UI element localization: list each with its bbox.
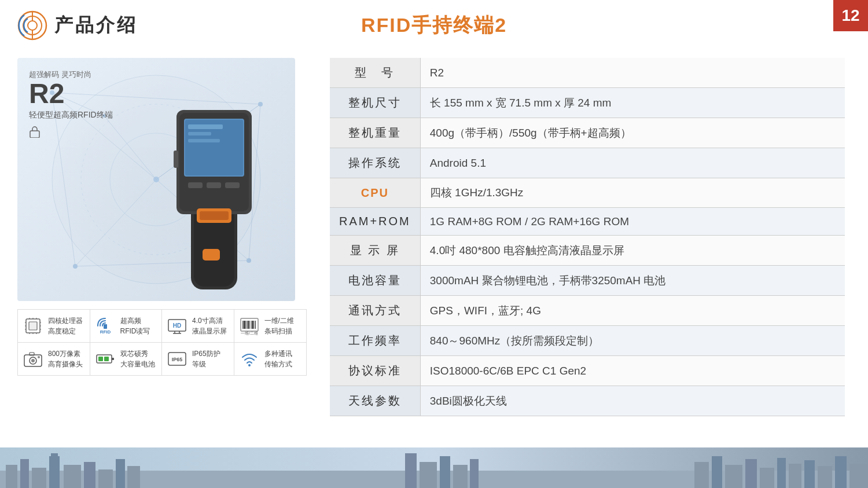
bottom-cityscape (0, 447, 868, 488)
svg-rect-92 (51, 453, 58, 465)
svg-rect-40 (225, 182, 240, 188)
svg-rect-107 (760, 468, 774, 488)
svg-rect-38 (188, 182, 203, 188)
svg-rect-109 (789, 464, 801, 488)
svg-rect-88 (6, 465, 17, 488)
page-number: 12 (833, 0, 868, 31)
svg-rect-106 (745, 459, 757, 488)
feature-cpu-text: 四核处理器高度稳定 (48, 315, 83, 336)
feature-rfid-text: 超高频RFID读写 (120, 315, 150, 336)
svg-rect-112 (835, 456, 847, 488)
spec-label: 电池容量 (330, 266, 420, 296)
svg-text:HD: HD (173, 322, 181, 329)
svg-text:IP65: IP65 (172, 357, 183, 362)
svg-point-78 (38, 356, 40, 358)
svg-rect-96 (116, 459, 125, 488)
table-row: 型 号R2 (330, 58, 845, 88)
spec-label: 型 号 (330, 58, 420, 88)
svg-rect-103 (694, 462, 709, 488)
svg-rect-101 (453, 465, 468, 488)
spec-label: 天线参数 (330, 386, 420, 416)
spec-label: 操作系统 (330, 148, 420, 178)
svg-text:RFID: RFID (100, 329, 111, 335)
spec-value: GPS，WIFI，蓝牙; 4G (420, 296, 845, 326)
svg-rect-95 (98, 469, 113, 488)
svg-rect-36 (188, 132, 211, 135)
handheld-device-icon (145, 81, 284, 301)
battery-icon (95, 348, 116, 369)
logo-area: 产品介绍 (17, 10, 138, 41)
cpu-icon (23, 315, 43, 336)
svg-rect-113 (849, 464, 868, 488)
svg-rect-30 (203, 249, 220, 260)
svg-rect-43 (200, 211, 229, 220)
spec-value: 400g（带手柄）/550g（带手柄+超高频） (420, 118, 845, 148)
main-content: 超强解码 灵巧时尚 R2 轻便型超高频RFID终端 (0, 52, 868, 416)
device-description: 轻便型超高频RFID终端 (29, 110, 113, 120)
spec-label: 协议标准 (330, 356, 420, 386)
svg-rect-97 (127, 466, 140, 488)
spec-label: RAM+ROM (330, 208, 420, 236)
svg-rect-58 (104, 324, 107, 329)
device-label-area: 超强解码 灵巧时尚 R2 轻便型超高频RFID终端 (29, 69, 113, 140)
svg-rect-89 (20, 459, 29, 488)
table-row: 电池容量3000mAH 聚合物锂电池，手柄带3250mAH 电池 (330, 266, 845, 296)
spec-value: 3000mAH 聚合物锂电池，手柄带3250mAH 电池 (420, 266, 845, 296)
right-panel: 型 号R2整机尺寸长 155 mm x 宽 71.5 mm x 厚 24 mm整… (330, 58, 845, 416)
svg-rect-93 (64, 465, 81, 488)
spec-value: 3dBi圆极化天线 (420, 386, 845, 416)
feature-item-rfid: RFID 超高频RFID读写 (90, 310, 163, 343)
svg-rect-81 (98, 357, 103, 361)
feature-battery-text: 双芯硕秀大容量电池 (120, 348, 155, 369)
table-row: 工作频率840～960MHz（按所需频段定制） (330, 326, 845, 356)
table-row: CPU四核 1GHz/1.3GHz (330, 178, 845, 208)
svg-rect-108 (777, 458, 786, 488)
svg-point-85 (248, 364, 251, 366)
spec-label: 整机重量 (330, 118, 420, 148)
table-row: 整机尺寸长 155 mm x 宽 71.5 mm x 厚 24 mm (330, 88, 845, 118)
spec-value: Android 5.1 (420, 148, 845, 178)
table-row: 操作系统Android 5.1 (330, 148, 845, 178)
feature-item-cpu: 四核处理器高度稳定 (18, 310, 90, 343)
header: 产品介绍 RFID手持终端2 12 (0, 0, 868, 46)
spec-value: 长 155 mm x 宽 71.5 mm x 厚 24 mm (420, 88, 845, 118)
svg-rect-82 (104, 357, 109, 361)
page-title: 产品介绍 (54, 13, 138, 38)
spec-label: 工作频率 (330, 326, 420, 356)
left-panel: 超强解码 灵巧时尚 R2 轻便型超高频RFID终端 (17, 58, 307, 416)
table-row: 天线参数3dBi圆极化天线 (330, 386, 845, 416)
center-title: RFID手持终端2 (361, 12, 507, 39)
ip65-icon: IP65 (167, 348, 187, 369)
feature-hd-text: 4.0寸高清液晶显示屏 (192, 315, 227, 336)
feature-ip65-text: IP65防护等级 (192, 348, 220, 369)
device-image (145, 81, 284, 301)
svg-point-76 (31, 359, 35, 362)
table-row: RAM+ROM1G RAM+8G ROM / 2G RAM+16G ROM (330, 208, 845, 236)
svg-point-18 (73, 264, 78, 269)
svg-rect-94 (84, 462, 95, 488)
company-logo-icon (17, 10, 47, 41)
spec-value: 4.0吋 480*800 电容触控高清液晶显示屏 (420, 236, 845, 266)
feature-wifi-text: 多种通讯传输方式 (264, 348, 292, 369)
barcode-icon: 一维/二维 (239, 315, 260, 336)
device-model: R2 (29, 80, 113, 108)
spec-label: CPU (330, 178, 420, 208)
table-row: 协议标准ISO18000-6C/6B EPC C1 Gen2 (330, 356, 845, 386)
feature-item-camera: 800万像素高育摄像头 (18, 343, 90, 375)
feature-barcode-text: 一维/二维条码扫描 (264, 315, 294, 336)
spec-label: 通讯方式 (330, 296, 420, 326)
spec-value: 840～960MHz（按所需频段定制） (420, 326, 845, 356)
features-grid: 四核处理器高度稳定 RFID 超高频RFID读写 (17, 309, 307, 376)
feature-camera-text: 800万像素高育摄像头 (48, 348, 83, 369)
spec-label: 显 示 屏 (330, 236, 420, 266)
svg-rect-80 (112, 358, 114, 360)
table-row: 显 示 屏4.0吋 480*800 电容触控高清液晶显示屏 (330, 236, 845, 266)
svg-rect-90 (32, 468, 46, 488)
spec-value: 四核 1GHz/1.3GHz (420, 178, 845, 208)
svg-rect-110 (804, 460, 815, 488)
rfid-icon: RFID (95, 315, 116, 336)
feature-item-wifi: 多种通讯传输方式 (234, 343, 307, 375)
spec-label: 整机尺寸 (330, 88, 420, 118)
svg-rect-102 (470, 459, 479, 488)
table-row: 通讯方式GPS，WIFI，蓝牙; 4G (330, 296, 845, 326)
